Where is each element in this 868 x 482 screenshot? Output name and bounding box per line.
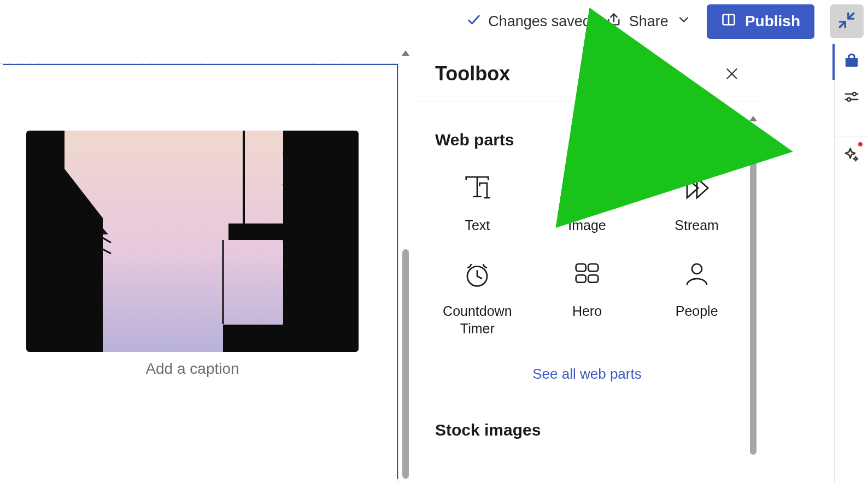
share-icon — [606, 12, 621, 31]
collapse-pane-button[interactable] — [830, 4, 864, 38]
svg-point-28 — [847, 98, 850, 101]
webpart-text[interactable]: Text — [425, 170, 530, 237]
share-button[interactable]: Share — [606, 12, 691, 31]
svg-rect-20 — [588, 264, 598, 272]
save-status: Changes saved — [466, 12, 591, 31]
webpart-label: Hero — [572, 303, 602, 320]
close-icon[interactable] — [725, 67, 739, 81]
selected-webpart-outline[interactable]: Add a caption — [3, 64, 398, 479]
scroll-up-icon[interactable] — [400, 48, 411, 59]
webpart-label: People — [676, 303, 718, 320]
image-caption-input[interactable]: Add a caption — [26, 360, 359, 378]
right-rail — [834, 44, 868, 482]
image-placeholder-illustration — [26, 131, 359, 352]
sparkle-icon — [843, 146, 860, 165]
scroll-up-icon[interactable] — [748, 114, 759, 125]
top-action-bar: Changes saved Share Publish — [451, 0, 868, 39]
webpart-label: Image — [568, 217, 606, 234]
svg-rect-21 — [576, 275, 586, 283]
svg-marker-13 — [402, 50, 409, 56]
collapse-icon — [837, 11, 856, 32]
webpart-countdown-timer[interactable]: Countdown Timer — [425, 256, 530, 340]
webpart-label: Stream — [675, 217, 719, 234]
toolbox-icon — [843, 52, 860, 71]
webpart-people[interactable]: People — [644, 256, 749, 340]
svg-rect-22 — [588, 275, 598, 283]
svg-marker-24 — [749, 116, 757, 121]
canvas-section: Add a caption — [0, 63, 398, 482]
rail-toolbox-button[interactable] — [835, 44, 868, 80]
webpart-label: Text — [465, 217, 490, 234]
image-webpart[interactable] — [26, 131, 359, 352]
stream-icon — [682, 173, 712, 205]
chevron-down-icon — [676, 12, 691, 31]
sliders-icon — [843, 89, 860, 107]
canvas-scrollbar[interactable] — [400, 48, 411, 482]
scrollbar-thumb[interactable] — [750, 127, 756, 455]
webpart-stream[interactable]: Stream — [644, 170, 749, 237]
see-all-web-parts-link[interactable]: See all web parts — [415, 366, 759, 383]
book-open-icon — [721, 12, 736, 31]
stock-images-heading: Stock images — [415, 383, 759, 445]
rail-copilot-button[interactable] — [835, 138, 868, 174]
countdown-timer-icon — [462, 259, 492, 291]
notification-dot-icon — [858, 142, 863, 146]
web-parts-heading: Web parts — [415, 102, 759, 155]
people-icon — [682, 259, 712, 291]
svg-point-17 — [581, 182, 586, 187]
webpart-image[interactable]: Image — [535, 170, 640, 237]
hero-icon — [572, 259, 602, 291]
webpart-label: Countdown Timer — [443, 303, 512, 337]
svg-rect-19 — [576, 264, 586, 272]
svg-point-26 — [852, 92, 855, 96]
rail-settings-button[interactable] — [835, 80, 868, 116]
toolbox-header: Toolbox — [415, 43, 759, 102]
publish-label: Publish — [745, 13, 800, 30]
text-icon — [462, 173, 492, 205]
checkmark-icon — [466, 12, 482, 31]
toolbox-scrollbar[interactable] — [748, 114, 759, 480]
web-parts-grid: Text Image Stream — [415, 155, 759, 340]
publish-button[interactable]: Publish — [707, 4, 814, 39]
webpart-hero[interactable]: Hero — [535, 256, 640, 340]
toolbox-panel: Toolbox Web parts Text Image — [415, 43, 759, 482]
share-label: Share — [629, 13, 668, 30]
toolbox-title: Toolbox — [435, 62, 510, 85]
scrollbar-thumb[interactable] — [402, 249, 409, 479]
svg-point-23 — [692, 264, 702, 274]
image-icon — [572, 173, 602, 205]
rail-divider — [835, 137, 868, 137]
save-status-text: Changes saved — [488, 13, 591, 30]
